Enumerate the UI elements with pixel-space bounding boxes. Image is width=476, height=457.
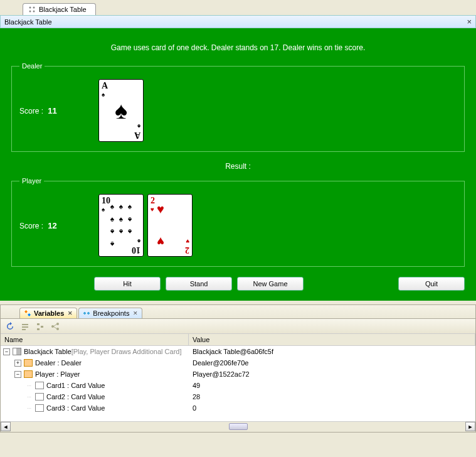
svg-rect-5 [22,326,28,328]
inner-title-bar: Blackjack Table × [0,15,476,28]
row-value: 0 [189,404,475,412]
refresh-icon[interactable] [6,322,14,331]
dealer-cards: A♠A♠♠ [98,79,144,142]
expand-icon[interactable]: + [14,360,21,367]
field-icon [35,382,44,389]
row-name: Player : Player [35,370,80,378]
editor-tab-label: Blackjack Table [39,6,87,13]
debug-pane: Variables ✕ Breakpoints ✕ Name Value −Bl… [0,304,476,433]
tree-leaf: ⋯ [26,394,33,401]
grid-header: Name Value [1,334,475,346]
player-cards: 10♠10♠♠♠♠♠♠♠♠♠♠♠2♥2♥♥♥ [98,194,193,257]
svg-point-2 [29,11,31,13]
table-row[interactable]: ⋯Card1 : Card Value49 [1,380,475,391]
close-icon[interactable]: ✕ [133,310,138,316]
scroll-thumb[interactable] [229,423,248,430]
close-icon[interactable]: × [467,17,472,26]
hit-button[interactable]: Hit [94,277,161,291]
tab-variables-label: Variables [34,309,64,317]
logical-icon[interactable] [51,322,60,331]
obj-icon [24,359,33,367]
rules-text: Game uses card of one deck. Dealer stand… [11,36,465,62]
grid-body[interactable]: −Blackjack Table [Play, Player Draws Add… [1,346,475,421]
svg-point-1 [33,7,35,9]
svg-rect-6 [22,329,26,330]
row-value: 28 [189,393,475,401]
dealer-legend: Dealer [19,62,45,70]
svg-point-3 [33,11,35,13]
collapse-icon[interactable] [21,322,29,331]
row-name: Card1 : Card Value [46,382,105,389]
row-name: Blackjack Table [24,348,71,355]
player-legend: Player [19,177,44,185]
scroll-left-icon[interactable]: ◄ [1,422,11,431]
row-name: Card2 : Card Value [46,393,105,401]
row-value: Blackjack Table@6a06fc5f [189,348,475,355]
col-value-header[interactable]: Value [189,334,475,345]
obj-icon [24,370,33,378]
collapse-icon[interactable]: − [14,371,21,378]
row-name: Card3 : Card Value [46,404,105,412]
close-icon[interactable]: ✕ [68,310,73,316]
tree-icon[interactable] [36,322,45,331]
collapse-icon[interactable]: − [3,348,10,355]
field-icon [35,393,44,401]
tree-leaf: ⋯ [26,405,33,412]
window-title: Blackjack Table [4,18,52,26]
tab-breakpoints-label: Breakpoints [93,309,129,317]
breakpoints-icon [83,309,90,317]
stand-button[interactable]: Stand [166,277,232,291]
playing-card: 10♠10♠♠♠♠♠♠♠♠♠♠♠ [98,194,144,257]
svg-point-0 [29,7,31,9]
quit-button[interactable]: Quit [398,277,465,291]
table-row[interactable]: −Blackjack Table [Play, Player Draws Add… [1,346,475,357]
table-row[interactable]: −Player : PlayerPlayer@1522ac72 [1,368,475,380]
tree-leaf: ⋯ [26,382,33,389]
horizontal-scrollbar[interactable]: ◄ ► [1,421,475,432]
row-value: Dealer@206fe70e [189,359,475,367]
tab-variables[interactable]: Variables ✕ [19,308,77,318]
play-icon [13,348,21,355]
new-game-button[interactable]: New Game [237,277,304,291]
dealer-panel: Dealer Score : 11 A♠A♠♠ [11,62,465,152]
dealer-score: Score : 11 [19,106,95,116]
process-icon [28,6,36,13]
result-line: Result : [11,159,465,177]
tab-breakpoints[interactable]: Breakpoints ✕ [78,308,142,318]
col-name-header[interactable]: Name [1,334,189,345]
editor-tab-blackjack[interactable]: Blackjack Table [23,3,96,15]
table-row[interactable]: +Dealer : DealerDealer@206fe70e [1,357,475,368]
row-value: 49 [189,382,475,389]
row-name: Dealer : Dealer [35,359,82,367]
row-name-suffix: [Play, Player Draws Additional Card] [71,348,182,355]
table-row[interactable]: ⋯Card3 : Card Value0 [1,402,475,414]
variables-icon [24,309,31,317]
svg-rect-4 [22,324,28,325]
field-icon [35,404,44,412]
player-score: Score : 12 [19,221,95,230]
playing-card: A♠A♠♠ [98,79,144,142]
scroll-right-icon[interactable]: ► [465,422,475,431]
game-area: Game uses card of one deck. Dealer stand… [0,28,476,301]
player-panel: Player Score : 12 10♠10♠♠♠♠♠♠♠♠♠♠♠2♥2♥♥♥ [11,177,465,267]
table-row[interactable]: ⋯Card2 : Card Value28 [1,391,475,402]
variables-toolbar [1,319,475,334]
row-value: Player@1522ac72 [189,370,475,378]
playing-card: 2♥2♥♥♥ [147,194,193,257]
